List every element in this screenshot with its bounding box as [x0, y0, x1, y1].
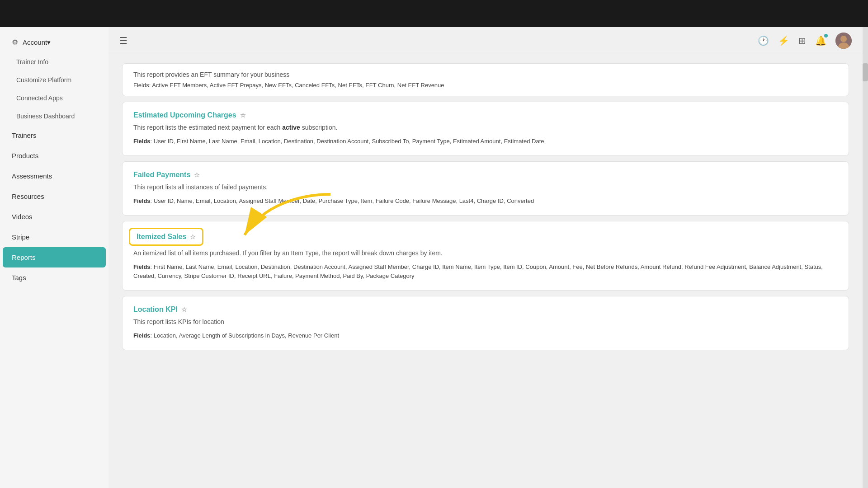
location-kpi-title: Location KPI: [133, 305, 178, 314]
sidebar-item-resources[interactable]: Resources: [3, 186, 106, 206]
sidebar-item-assessments[interactable]: Assessments: [3, 166, 106, 186]
location-kpi-card: Location KPI ☆ This report lists KPIs fo…: [122, 296, 849, 350]
itemized-sales-star[interactable]: ☆: [190, 233, 196, 240]
sidebar-item-connected-apps-label: Connected Apps: [16, 94, 63, 102]
sidebar-item-customize-platform-label: Customize Platform: [16, 76, 71, 84]
avatar[interactable]: [835, 33, 852, 49]
clock-icon[interactable]: 🕐: [758, 35, 769, 46]
itemized-sales-title: Itemized Sales: [137, 233, 186, 241]
sidebar-item-customize-platform[interactable]: Customize Platform: [0, 71, 108, 89]
scrollbar-thumb[interactable]: [863, 63, 868, 81]
sidebar-item-trainers[interactable]: Trainers: [3, 125, 106, 145]
itemized-fields-values: First Name, Last Name, Email, Location, …: [133, 263, 823, 280]
location-kpi-link[interactable]: Location KPI ☆: [133, 305, 187, 314]
main-area: ☰ 🕐 ⚡ ⊞ 🔔 This report provides an EFT su…: [108, 27, 863, 488]
failed-fields-label: Fields: [133, 197, 151, 204]
notification-badge: [824, 34, 828, 38]
estimated-upcoming-charges-fields: Fields: User ID, First Name, Last Name, …: [133, 137, 838, 146]
estimated-fields-values: User ID, First Name, Last Name, Email, L…: [154, 138, 544, 145]
sidebar-item-reports-label: Reports: [12, 253, 36, 261]
sidebar-item-account-label: Account: [23, 38, 47, 46]
eft-fields: Fields: Active EFT Members, Active EFT P…: [133, 82, 838, 89]
eft-description: This report provides an EFT summary for …: [133, 71, 838, 78]
sidebar-item-connected-apps[interactable]: Connected Apps: [0, 89, 108, 107]
sidebar-item-videos-label: Videos: [12, 213, 33, 221]
sidebar-item-assessments-label: Assessments: [12, 172, 52, 180]
sidebar: ⚙ Account ▾ Trainer Info Customize Platf…: [0, 27, 108, 488]
eft-fields-values: Active EFT Members, Active EFT Prepays, …: [152, 82, 444, 89]
sidebar-item-reports[interactable]: Reports: [3, 247, 106, 267]
sidebar-item-stripe-label: Stripe: [12, 233, 29, 241]
failed-fields-values: User ID, Name, Email, Location, Assigned…: [154, 197, 534, 204]
sidebar-item-products[interactable]: Products: [3, 145, 106, 166]
header-bar: ☰ 🕐 ⚡ ⊞ 🔔: [108, 27, 863, 54]
failed-payments-star[interactable]: ☆: [194, 171, 200, 178]
sidebar-item-tags[interactable]: Tags: [3, 267, 106, 288]
bell-icon[interactable]: 🔔: [815, 35, 826, 46]
failed-payments-card: Failed Payments ☆ This report lists all …: [122, 161, 849, 216]
estimated-upcoming-charges-title: Estimated Upcoming Charges: [133, 111, 236, 119]
sidebar-item-trainer-info[interactable]: Trainer Info: [0, 53, 108, 71]
estimated-fields-label: Fields: [133, 138, 151, 145]
sidebar-item-business-dashboard-label: Business Dashboard: [16, 113, 75, 120]
hamburger-icon[interactable]: ☰: [119, 35, 127, 46]
grid-icon[interactable]: ⊞: [798, 35, 806, 46]
failed-payments-title: Failed Payments: [133, 171, 190, 179]
estimated-upcoming-charges-star[interactable]: ☆: [240, 112, 246, 119]
lightning-icon[interactable]: ⚡: [778, 35, 789, 46]
eft-summary-card: This report provides an EFT summary for …: [122, 63, 849, 96]
sidebar-item-tags-label: Tags: [12, 274, 26, 282]
eft-fields-label: Fields: [133, 82, 149, 89]
sidebar-item-resources-label: Resources: [12, 192, 44, 200]
failed-payments-fields: Fields: User ID, Name, Email, Location, …: [133, 197, 838, 206]
sidebar-item-stripe[interactable]: Stripe: [3, 227, 106, 247]
itemized-sales-highlight: Itemized Sales ☆: [129, 228, 203, 246]
top-bar: [0, 0, 868, 27]
sidebar-item-videos[interactable]: Videos: [3, 206, 106, 227]
sidebar-item-business-dashboard[interactable]: Business Dashboard: [0, 107, 108, 125]
chevron-down-icon: ▾: [47, 38, 51, 47]
location-kpi-description: This report lists KPIs for location: [133, 317, 838, 327]
itemized-sales-card: Itemized Sales ☆ An itemized list of all…: [122, 221, 849, 291]
scrollbar-track[interactable]: [863, 27, 868, 488]
location-fields-label: Fields: [133, 332, 151, 339]
failed-payments-link[interactable]: Failed Payments ☆: [133, 171, 200, 179]
gear-icon: ⚙: [12, 38, 18, 47]
sidebar-item-account[interactable]: ⚙ Account ▾: [3, 32, 106, 53]
location-fields-values: Location, Average Length of Subscription…: [154, 332, 339, 339]
header-left: ☰: [119, 35, 127, 46]
location-kpi-fields: Fields: Location, Average Length of Subs…: [133, 331, 838, 341]
itemized-sales-fields: Fields: First Name, Last Name, Email, Lo…: [133, 263, 838, 282]
failed-payments-description: This report lists all instances of faile…: [133, 183, 838, 192]
sidebar-item-trainer-info-label: Trainer Info: [16, 58, 48, 66]
content-area: This report provides an EFT summary for …: [108, 54, 863, 488]
estimated-upcoming-charges-link[interactable]: Estimated Upcoming Charges ☆: [133, 111, 246, 119]
sidebar-item-products-label: Products: [12, 152, 38, 160]
header-right: 🕐 ⚡ ⊞ 🔔: [758, 33, 852, 49]
estimated-upcoming-charges-card: Estimated Upcoming Charges ☆ This report…: [122, 102, 849, 156]
itemized-fields-label: Fields: [133, 263, 151, 270]
estimated-upcoming-charges-description: This report lists the estimated next pay…: [133, 123, 838, 132]
sidebar-item-trainers-label: Trainers: [12, 131, 36, 139]
itemized-sales-link[interactable]: Itemized Sales ☆: [137, 233, 196, 241]
location-kpi-star[interactable]: ☆: [181, 306, 187, 313]
itemized-sales-description: An itemized list of all items purchased.…: [133, 249, 838, 258]
